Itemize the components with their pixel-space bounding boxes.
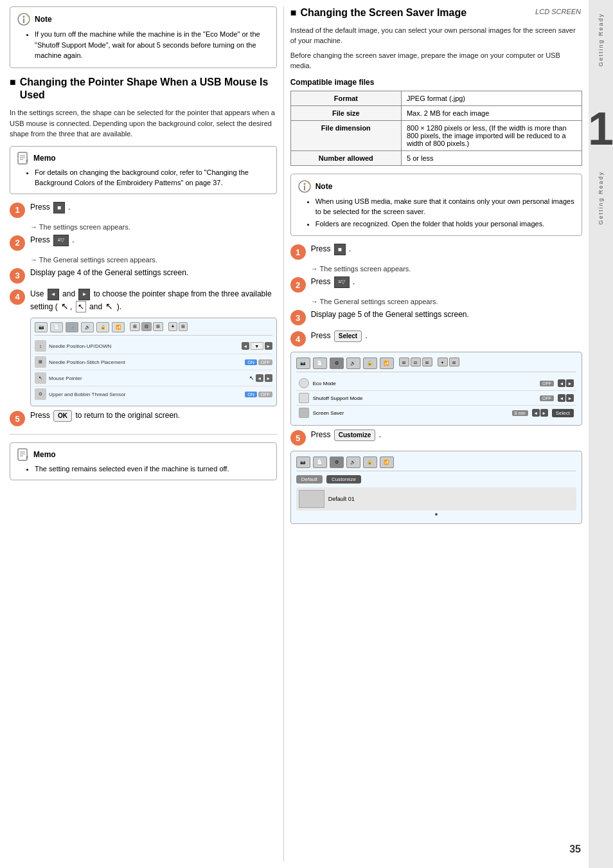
- left-step-1-number: 1: [10, 203, 25, 218]
- screen-icon-sub1: ⊞: [130, 322, 140, 331]
- toggle-display: ▼: [251, 342, 263, 350]
- screen-thread-control[interactable]: ON OFF: [245, 392, 272, 397]
- eco-nav-left[interactable]: ◄: [558, 379, 565, 387]
- left-screen-mockup: 📷 📄 ⚙️ 🔊 🔒 📶 ⊞ ⊟ ⊞ ✦ ⊞: [30, 318, 277, 406]
- eco-nav-right[interactable]: ►: [566, 379, 574, 387]
- right-step-2-content: Press ≡▽ .: [311, 276, 582, 288]
- right-step-3: 3 Display page 5 of the General settings…: [290, 309, 582, 325]
- s-icon-sm4: ✦: [438, 357, 448, 366]
- memo-header-left-2: Memo: [17, 448, 270, 461]
- left-step-4-arrow-right[interactable]: ►: [78, 289, 90, 300]
- memo-box-left: Memo For details on changing the backgro…: [10, 146, 277, 194]
- saver-select-btn[interactable]: Select: [552, 409, 574, 417]
- nav-left-pointer[interactable]: ◄: [256, 374, 263, 382]
- right-step-3-content: Display page 5 of the General settings s…: [311, 309, 582, 320]
- s2-icon-gear: ⚙: [330, 457, 344, 468]
- compatible-header: Compatible image files: [290, 78, 582, 87]
- table-row-format: Format JPEG format (.jpg): [290, 91, 582, 105]
- screen-stitch-control[interactable]: ON OFF: [245, 359, 272, 365]
- note-list-top: If you turn off the machine while the ma…: [35, 29, 270, 61]
- shutoff-nav-right[interactable]: ►: [566, 394, 574, 402]
- right-step-4-select-btn[interactable]: Select: [334, 330, 362, 342]
- note-item-top-1: If you turn off the machine while the ma…: [35, 29, 270, 61]
- right-step-5-number: 5: [290, 430, 306, 446]
- btn-on-stitch[interactable]: ON: [245, 359, 257, 365]
- screen-top-bar-left: 📷 📄 ⚙️ 🔊 🔒 📶 ⊞ ⊟ ⊞ ✦ ⊞: [35, 322, 272, 336]
- memo-icon-left-2: [17, 448, 30, 461]
- right-step-1-button[interactable]: ■: [334, 244, 346, 255]
- eco-nav[interactable]: ◄ ►: [558, 379, 574, 387]
- compatible-table: Format JPEG format (.jpg) File size Max.…: [290, 91, 582, 166]
- s-icon-sm2: ⊟: [411, 357, 421, 366]
- left-step-4-arrow-left[interactable]: ◄: [48, 289, 59, 300]
- left-step-5-press: Press: [30, 411, 50, 420]
- btn-off-thread[interactable]: OFF: [258, 392, 272, 397]
- screen-row-stitch: ⊞ Needle Position-Stitch Placement ON OF…: [35, 354, 272, 370]
- left-step-1-content: Press ■ .: [30, 202, 277, 213]
- screen-thread-icon: ⊙: [35, 388, 46, 400]
- right-screen-mockup-2: 📷 📄 ⚙ 🔊 🔒 📶 Default Customize Default 01: [290, 451, 582, 524]
- default-customize-row: Default Customize: [296, 475, 576, 484]
- screen-icon-camera: 📷: [35, 322, 48, 332]
- left-step-4-and: and: [62, 289, 77, 298]
- shutoff-label: Shutoff Support Mode: [313, 395, 536, 401]
- s2-icon-snd: 🔊: [346, 457, 360, 468]
- right-step-5-press: Press: [311, 430, 331, 439]
- screen-icon-doc: 📄: [50, 322, 63, 332]
- customize-button[interactable]: Customize: [326, 475, 361, 484]
- compat-table-body: Format JPEG format (.jpg) File size Max.…: [290, 91, 582, 165]
- s-icon-wifi: 📶: [380, 357, 394, 369]
- btn-off-stitch[interactable]: OFF: [258, 359, 272, 365]
- screen-pointer-label: Mouse Pointer: [49, 375, 247, 381]
- default-button[interactable]: Default: [296, 475, 323, 484]
- left-step-4-content: Use ◄ and ► to choose the pointer shape …: [30, 289, 277, 313]
- s2-icon-doc: 📄: [313, 457, 327, 468]
- saver-nav[interactable]: ◄ ►: [532, 409, 548, 417]
- left-step-5-ok-btn[interactable]: OK: [53, 410, 72, 422]
- note-label-right: Note: [315, 182, 333, 191]
- eco-label: Eco Mode: [313, 381, 536, 386]
- left-step-3-content: Display page 4 of the General settings s…: [30, 267, 277, 278]
- right-step-5-customize-btn[interactable]: Customize: [334, 429, 376, 441]
- page: LCD SCREEN Getting Ready 1 Getting Ready: [0, 0, 613, 868]
- right-step-2-button[interactable]: ≡▽: [334, 276, 350, 288]
- memo-item-left-1: For details on changing the background c…: [35, 167, 270, 188]
- screen-needle-updown-control[interactable]: ◄ ▼ ►: [242, 342, 272, 350]
- screen-icon-wifi: 📶: [112, 322, 125, 332]
- s-icon-sm5: ⊞: [449, 357, 459, 366]
- right-screen-mockup-1: 📷 📄 ⚙ 🔊 🔒 📶 ⊞ ⊟ ⊞ ✦ ⊞: [290, 352, 582, 426]
- saver-nav-right[interactable]: ►: [540, 409, 548, 417]
- table-td-numallowed: 5 or less: [401, 150, 582, 165]
- right-section-heading-text: Changing the Screen Saver Image: [300, 6, 466, 20]
- table-row-filesize: File size Max. 2 MB for each image: [290, 105, 582, 120]
- screen-top-icons-right-2: 📷 📄 ⚙ 🔊 🔒 📶: [296, 457, 576, 471]
- left-step-4-close: ).: [117, 302, 121, 311]
- s-icon-snd: 🔊: [346, 357, 360, 369]
- screen-eco-row: Eco Mode OFF ◄ ►: [296, 376, 576, 391]
- s-icon-sm1: ⊞: [399, 357, 409, 366]
- nav-right-pointer[interactable]: ►: [265, 374, 272, 382]
- screen-pointer-control[interactable]: ↖ ◄ ►: [249, 374, 272, 382]
- table-row-numallowed: Number allowed 5 or less: [290, 150, 582, 165]
- table-td-filesize: Max. 2 MB for each image: [401, 105, 582, 120]
- left-step-3: 3 Display page 4 of the General settings…: [10, 267, 277, 284]
- nav-left-1[interactable]: ◄: [242, 342, 249, 350]
- table-th-filesize: File size: [290, 105, 401, 120]
- shutoff-nav[interactable]: ◄ ►: [558, 394, 574, 402]
- left-step-5-content: Press OK to return to the original scree…: [30, 410, 277, 422]
- eco-icon: [299, 378, 309, 388]
- left-step-5: 5 Press OK to return to the original scr…: [10, 410, 277, 426]
- screen-top-icons-right-1: 📷 📄 ⚙ 🔊 🔒 📶 ⊞ ⊟ ⊞ ✦ ⊞: [296, 357, 576, 372]
- left-step-1-button[interactable]: ■: [53, 202, 65, 213]
- default-item-thumbnail: [299, 490, 324, 508]
- btn-on-thread[interactable]: ON: [245, 392, 257, 397]
- left-step-4-number: 4: [10, 289, 25, 305]
- shutoff-nav-left[interactable]: ◄: [558, 394, 565, 402]
- nav-right-1[interactable]: ►: [265, 342, 272, 350]
- note-item-right-2: Folders are recognized. Open the folder …: [315, 219, 575, 230]
- s2-icon-wifi: 📶: [380, 457, 394, 468]
- page-dot: [435, 513, 438, 516]
- pointer-shape-3: ↖: [105, 300, 113, 313]
- left-step-2-button[interactable]: ≡▽: [53, 235, 69, 246]
- saver-nav-left[interactable]: ◄: [532, 409, 540, 417]
